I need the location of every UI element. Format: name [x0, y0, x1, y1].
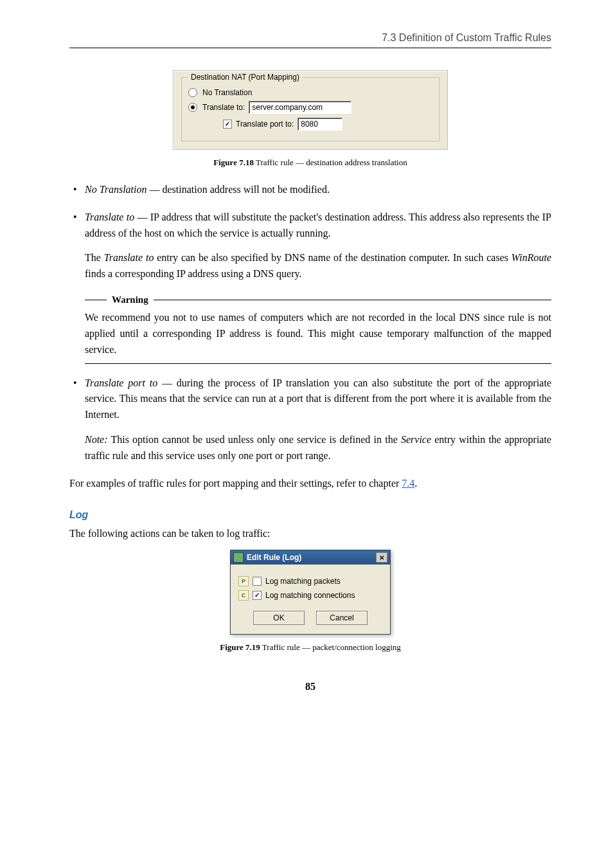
radio-label: Translate to:: [202, 103, 245, 112]
radio-no-translation[interactable]: No Translation: [188, 88, 432, 97]
row-log-connections: C Log matching connections: [238, 590, 382, 601]
checkbox-translate-port[interactable]: [223, 120, 232, 129]
checkbox-label: Log matching packets: [265, 577, 341, 586]
list-item: Translate to — IP address that will subs…: [69, 210, 551, 364]
dialog-titlebar: Edit Rule (Log) ✕: [231, 550, 390, 565]
radio-label: No Translation: [202, 88, 252, 97]
connection-icon: C: [238, 590, 249, 601]
dest-nat-panel: Destination NAT (Port Mapping) No Transl…: [173, 70, 448, 150]
log-heading: Log: [69, 509, 551, 521]
page-number: 85: [69, 681, 551, 692]
checkbox-log-connections[interactable]: [253, 591, 262, 600]
figure-7-19: Edit Rule (Log) ✕ P Log matching packets…: [69, 550, 551, 635]
radio-icon: [188, 103, 197, 112]
translate-port-row: Translate port to:: [223, 118, 432, 131]
warning-label: Warning: [112, 293, 148, 307]
translate-port-input[interactable]: [298, 118, 342, 131]
edit-rule-log-dialog: Edit Rule (Log) ✕ P Log matching packets…: [230, 550, 391, 635]
running-header: 7.3 Definition of Custom Traffic Rules: [69, 32, 551, 48]
radio-icon: [188, 88, 197, 97]
close-icon: ✕: [379, 554, 384, 561]
chapter-link[interactable]: 7.4: [402, 478, 414, 489]
checkbox-log-packets[interactable]: [253, 577, 262, 586]
warning-block: Warning We recommend you not to use name…: [85, 293, 551, 364]
radio-translate-to[interactable]: Translate to:: [188, 101, 432, 114]
row-log-packets: P Log matching packets: [238, 576, 382, 586]
dialog-title: Edit Rule (Log): [247, 553, 301, 562]
figure-7-18: Destination NAT (Port Mapping) No Transl…: [69, 70, 551, 150]
list-item: No Translation — destination address wil…: [69, 182, 551, 198]
translate-to-input[interactable]: [249, 101, 351, 114]
warning-body: We recommend you not to use names of com…: [85, 310, 551, 363]
figure-7-18-caption: Figure 7.18 Traffic rule — destination a…: [69, 158, 551, 168]
list-item: Translate port to — during the process o…: [69, 375, 551, 464]
figure-7-19-caption: Figure 7.19 Traffic rule — packet/connec…: [69, 642, 551, 653]
close-button[interactable]: ✕: [376, 552, 387, 563]
checkbox-label: Log matching connections: [265, 591, 355, 600]
cancel-button[interactable]: Cancel: [316, 611, 368, 625]
ok-button[interactable]: OK: [253, 611, 305, 625]
log-intro: The following actions can be taken to lo…: [69, 526, 551, 542]
checkbox-label: Translate port to:: [236, 120, 294, 129]
closing-paragraph: For examples of traffic rules for port m…: [69, 476, 551, 492]
groupbox-legend: Destination NAT (Port Mapping): [188, 73, 302, 82]
app-icon: [233, 552, 244, 563]
packet-icon: P: [238, 576, 249, 586]
